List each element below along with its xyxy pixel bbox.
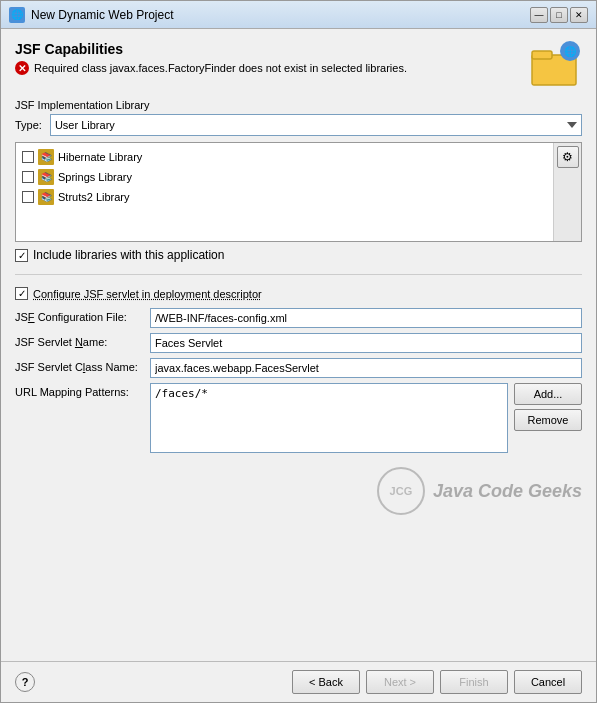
error-icon: ✕ [15,61,29,75]
configure-checkbox[interactable] [15,287,28,300]
svg-text:🌐: 🌐 [564,45,577,58]
title-bar-left: 🌐 New Dynamic Web Project [9,7,174,23]
jsf-implementation-section: JSF Implementation Library Type: User Li… [15,99,582,262]
watermark: JCG Java Code Geeks [15,463,582,519]
url-mapping-textarea[interactable]: /faces/* [150,383,508,453]
divider [15,274,582,275]
remove-button[interactable]: Remove [514,409,582,431]
header-section: JSF Capabilities ✕ Required class javax.… [15,41,582,89]
window: 🌐 New Dynamic Web Project — □ ✕ JSF Capa… [0,0,597,703]
list-item[interactable]: 📚 Hibernate Library [20,147,549,167]
struts2-icon: 📚 [38,189,54,205]
include-checkbox[interactable] [15,249,28,262]
jsf-section-label: JSF Implementation Library [15,99,582,111]
struts2-checkbox[interactable] [22,191,34,203]
hibernate-label: Hibernate Library [58,151,142,163]
list-item[interactable]: 📚 Struts2 Library [20,187,549,207]
struts2-label: Struts2 Library [58,191,130,203]
type-label: Type: [15,119,42,131]
type-row: Type: User Library [15,114,582,136]
main-content: JSF Capabilities ✕ Required class javax.… [1,29,596,661]
list-item[interactable]: 📚 Springs Library [20,167,549,187]
help-button[interactable]: ? [15,672,35,692]
error-row: ✕ Required class javax.faces.FactoryFind… [15,61,407,75]
window-icon: 🌐 [9,7,25,23]
cancel-button[interactable]: Cancel [514,670,582,694]
config-file-label: JSF Configuration File: [15,308,145,323]
add-button[interactable]: Add... [514,383,582,405]
svg-rect-1 [532,51,552,59]
servlet-name-input[interactable] [150,333,582,353]
springs-label: Springs Library [58,171,132,183]
window-title: New Dynamic Web Project [31,8,174,22]
library-panel: 📚 Hibernate Library 📚 Springs Library 📚 … [15,142,582,242]
header-folder-icon: 🌐 [530,41,582,89]
url-mapping-label: URL Mapping Patterns: [15,383,145,398]
jcg-logo-text: JCG [390,485,413,497]
servlet-name-label: JSF Servlet Name: [15,333,145,348]
title-bar: 🌐 New Dynamic Web Project — □ ✕ [1,1,596,29]
form-grid: JSF Configuration File: JSF Servlet Name… [15,308,582,453]
title-bar-buttons: — □ ✕ [530,7,588,23]
finish-button[interactable]: Finish [440,670,508,694]
configure-label: Configure JSF servlet in deployment desc… [33,288,262,300]
maximize-button[interactable]: □ [550,7,568,23]
configure-row: Configure JSF servlet in deployment desc… [15,287,582,300]
include-row: Include libraries with this application [15,248,582,262]
back-button[interactable]: < Back [292,670,360,694]
include-label: Include libraries with this application [33,248,224,262]
springs-icon: 📚 [38,169,54,185]
library-list: 📚 Hibernate Library 📚 Springs Library 📚 … [16,143,553,241]
library-sidebar: ⚙ [553,143,581,241]
error-message: Required class javax.faces.FactoryFinder… [34,62,407,74]
configure-section: Configure JSF servlet in deployment desc… [15,287,582,453]
url-buttons: Add... Remove [514,383,582,431]
type-select[interactable]: User Library [50,114,582,136]
jcg-logo: JCG [377,467,425,515]
hibernate-checkbox[interactable] [22,151,34,163]
servlet-class-label: JSF Servlet Class Name: [15,358,145,373]
springs-checkbox[interactable] [22,171,34,183]
minimize-button[interactable]: — [530,7,548,23]
servlet-class-input[interactable] [150,358,582,378]
next-button[interactable]: Next > [366,670,434,694]
page-title: JSF Capabilities [15,41,407,57]
brand-text: Java Code Geeks [433,481,582,502]
header-left: JSF Capabilities ✕ Required class javax.… [15,41,407,75]
config-file-input[interactable] [150,308,582,328]
url-mapping-area: /faces/* Add... Remove [150,383,582,453]
bottom-bar: ? < Back Next > Finish Cancel [1,661,596,702]
close-button[interactable]: ✕ [570,7,588,23]
hibernate-icon: 📚 [38,149,54,165]
nav-buttons: < Back Next > Finish Cancel [292,670,582,694]
library-action-button[interactable]: ⚙ [557,146,579,168]
